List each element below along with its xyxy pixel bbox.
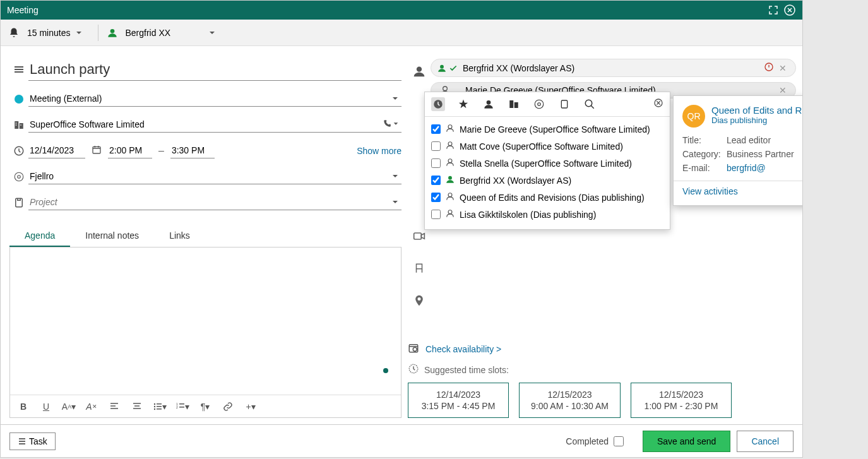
dialog-footer: Task Completed Save and send Cancel [1,424,802,457]
picker-checkbox[interactable] [431,141,441,151]
end-time-input[interactable] [170,143,215,158]
fullscreen-icon[interactable] [767,4,780,16]
date-input[interactable] [28,143,85,158]
slot-time: 3:15 PM - 4:45 PM [420,401,497,411]
insert-button[interactable]: +▾ [242,398,259,415]
completed-toggle[interactable]: Completed [566,436,624,446]
tab-internal-notes[interactable]: Internal notes [70,225,154,247]
completed-checkbox[interactable] [614,436,624,446]
slot-date: 12/14/2023 [420,390,497,400]
picker-item[interactable]: Lisa Gikktilskolen (Dias publishing) [431,206,663,223]
svg-point-43 [448,176,452,180]
time-slot[interactable]: 12/15/20231:00 PM - 2:30 PM [631,383,732,418]
svg-point-44 [448,193,452,197]
cancel-button[interactable]: Cancel [737,431,794,452]
picker-filter-tabs [425,92,670,117]
picker-tab-sale[interactable] [532,97,546,111]
picker-checkbox[interactable] [431,210,441,219]
video-icon[interactable] [413,230,425,245]
person-outline-icon [446,124,455,134]
picker-tab-company[interactable] [507,97,521,111]
view-activities-link[interactable]: View activities [682,186,802,196]
attendee-chip-owner[interactable]: Bergfrid XX (Wordslayer AS) ✕ [431,59,796,77]
company-select[interactable] [28,117,401,133]
picker-item[interactable]: Stella Snella (SuperOffice Software Limi… [431,155,663,172]
check-availability-link[interactable]: Check availability > [425,344,501,354]
show-more-link[interactable]: Show more [357,146,401,156]
title-input[interactable] [28,59,401,81]
align-center-button[interactable] [129,398,145,415]
svg-rect-7 [16,122,17,124]
picker-close-icon[interactable] [653,98,663,110]
picker-item[interactable]: Bergfrid XX (Wordslayer AS) [431,172,663,189]
picker-item-label: Queen of Edits and Revisions (Dias publi… [460,193,645,203]
picker-tab-history[interactable] [431,97,445,111]
clear-format-button[interactable]: A✕ [83,398,100,415]
sale-icon [9,171,28,182]
save-button[interactable]: Save and send [643,431,730,452]
close-icon[interactable] [783,4,796,16]
window-title: Meeting [7,5,39,15]
picker-checkbox[interactable] [431,176,441,185]
svg-point-42 [448,159,452,163]
attendee-icon [413,65,425,80]
time-slot[interactable]: 12/15/20239:00 AM - 10:30 AM [519,383,621,418]
sale-select[interactable] [28,169,401,184]
slot-date: 12/15/2023 [643,390,720,400]
warning-icon [764,62,774,74]
tab-agenda[interactable]: Agenda [9,225,70,247]
font-size-button[interactable]: AA▾ [61,398,77,415]
picker-checkbox[interactable] [431,193,441,202]
time-slot[interactable]: 12/14/20233:15 PM - 4:45 PM [408,383,509,418]
side-icon-rail [412,230,427,309]
svg-rect-37 [561,100,567,108]
picker-item[interactable]: Queen of Edits and Revisions (Dias publi… [431,189,663,206]
resource-icon[interactable] [413,263,425,277]
remove-chip-icon[interactable]: ✕ [776,63,789,73]
phone-dropdown-icon[interactable] [383,119,399,128]
type-color-dot [9,95,28,104]
paragraph-button[interactable]: ¶▾ [197,398,213,415]
svg-point-15 [153,403,155,404]
agenda-editor[interactable]: B U AA▾ A✕ ▾ 12▾ ¶▾ +▾ [9,247,401,418]
picker-checkbox[interactable] [431,124,441,134]
remove-chip-icon[interactable]: ✕ [776,85,789,95]
svg-point-35 [535,100,544,109]
contact-info-popover: QR Queen of Edits and Revisions Dias pub… [673,95,802,206]
picker-item[interactable]: Matt Cove (SuperOffice Software Limited) [431,138,663,155]
owner-dropdown[interactable]: Bergfrid XX [107,28,220,38]
picker-item-label: Matt Cove (SuperOffice Software Limited) [460,141,623,152]
picker-tab-favorites[interactable] [456,97,470,111]
calendar-icon[interactable] [92,145,102,157]
picker-tab-associates[interactable] [482,97,496,111]
type-select[interactable] [28,91,401,107]
underline-button[interactable]: U [38,398,54,415]
info-title-label: Title: [682,135,727,145]
picker-tab-project[interactable] [557,97,571,111]
person-icon [437,64,446,73]
meeting-dialog: Meeting 15 minutes Bergfrid XX [0,0,803,458]
svg-point-12 [15,172,23,181]
location-icon[interactable] [413,294,425,309]
svg-point-25 [417,67,422,72]
picker-item[interactable]: Marie De Greeve (SuperOffice Software Li… [431,121,663,138]
align-left-button[interactable] [106,398,122,415]
task-menu-button[interactable]: Task [9,432,56,450]
picker-checkbox[interactable] [431,158,441,168]
reminder-dropdown[interactable]: 15 minutes [8,27,86,39]
start-time-input[interactable] [108,143,152,158]
bullet-list-button[interactable]: ▾ [152,398,168,415]
clock-icon [9,145,28,157]
info-email-link[interactable]: bergfrid@ [727,163,802,173]
numbered-list-button[interactable]: 12▾ [174,398,191,415]
svg-rect-19 [157,406,162,407]
contact-name-link[interactable]: Queen of Edits and Revisions [711,105,802,116]
link-button[interactable] [220,398,236,415]
svg-rect-24 [179,407,184,408]
bold-button[interactable]: B [15,398,32,415]
project-select[interactable] [28,194,401,210]
person-outline-icon [446,158,455,169]
picker-tab-search[interactable] [583,97,597,111]
contact-company-link[interactable]: Dias publishing [711,116,802,125]
tab-links[interactable]: Links [154,225,205,247]
